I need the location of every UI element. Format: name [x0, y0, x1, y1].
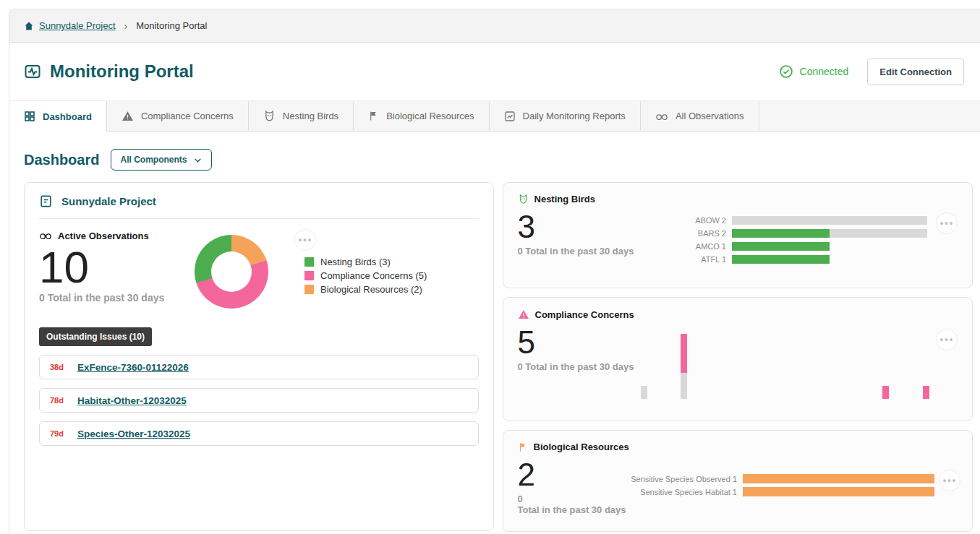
- issue-link[interactable]: Habitat-Other-12032025: [77, 395, 187, 406]
- compliance-concerns-bar-chart: [641, 332, 929, 399]
- compliance-concerns-card: Compliance Concerns 5 0 Total in the pas…: [503, 297, 973, 421]
- bar-segment: [641, 386, 647, 399]
- warning-triangle-icon: [122, 110, 134, 122]
- breadcrumb-project-link[interactable]: Sunnydale Project: [24, 20, 116, 31]
- active-observations-count: 10: [39, 244, 195, 292]
- bar-segment: [681, 334, 687, 373]
- legend-item-nesting-birds: Nesting Birds (3): [304, 257, 427, 267]
- issue-age-badge: 78d: [50, 396, 67, 405]
- bar: [641, 386, 647, 399]
- more-options-button[interactable]: ●●●: [939, 470, 960, 491]
- edit-connection-button[interactable]: Edit Connection: [867, 59, 964, 85]
- project-card-title: Sunnydale Project: [61, 195, 156, 207]
- breadcrumb: Sunnydale Project › Monitoring Portal: [9, 9, 980, 43]
- issue-row[interactable]: 78d Habitat-Other-12032025: [39, 388, 479, 413]
- binoculars-icon: [655, 110, 668, 123]
- subtext-line2: Total in the past 30 days: [518, 504, 958, 515]
- stat-cards-column: Nesting Birds 3 0 Total in the past 30 d…: [503, 182, 973, 532]
- bar-segment: [732, 242, 830, 251]
- project-document-icon: [39, 194, 53, 208]
- tab-label: All Observations: [676, 111, 744, 121]
- check-circle-icon: [779, 64, 793, 79]
- active-observations-donut: [195, 235, 268, 309]
- tab-label: Compliance Concerns: [141, 111, 234, 121]
- bar-segment: [732, 255, 830, 264]
- legend-item-biological-resources: Biological Resources (2): [304, 284, 427, 295]
- tab-nesting-birds[interactable]: Nesting Birds: [249, 101, 354, 132]
- flag-icon: [518, 442, 528, 452]
- issue-link[interactable]: ExFence-7360-01122026: [77, 362, 189, 373]
- flag-icon: [368, 111, 379, 121]
- bar-label: ABOW 2: [689, 216, 726, 225]
- bar-label: Sensitive Species Habitat 1: [608, 488, 737, 496]
- issue-row[interactable]: 38d ExFence-7360-01122026: [39, 355, 479, 379]
- active-observations-label: Active Observations: [58, 231, 149, 241]
- page-title: Monitoring Portal: [50, 61, 194, 82]
- legend-swatch: [304, 285, 314, 294]
- bar: [743, 487, 934, 496]
- bar-label: Sensitive Species Observed 1: [608, 475, 737, 483]
- chevron-down-icon: [193, 155, 203, 165]
- bar-segment: [882, 386, 889, 399]
- bar-segment: [681, 373, 687, 399]
- bar-segment: [732, 216, 927, 225]
- tab-bar-filler: [759, 101, 980, 132]
- bar: [681, 334, 687, 399]
- bar-segment: [830, 229, 927, 238]
- tab-daily-monitoring-reports[interactable]: Daily Monitoring Reports: [490, 101, 641, 132]
- monitoring-portal-icon: [24, 63, 41, 80]
- bar-row: Sensitive Species Habitat 1: [608, 487, 934, 496]
- bar-row: AMCO 1: [689, 242, 927, 251]
- biological-resources-bar-chart: Sensitive Species Observed 1Sensitive Sp…: [608, 474, 934, 500]
- owl-icon: [263, 110, 276, 122]
- bar-row: ABOW 2: [689, 216, 927, 225]
- home-icon: [24, 21, 34, 31]
- issue-age-badge: 38d: [50, 363, 67, 371]
- bar: [732, 255, 830, 264]
- legend-swatch: [304, 257, 314, 267]
- bar: [732, 216, 927, 225]
- tab-biological-resources[interactable]: Biological Resources: [354, 101, 489, 132]
- legend-label: Nesting Birds (3): [320, 257, 391, 267]
- ellipsis-icon: ●●●: [939, 336, 953, 343]
- nesting-birds-card: Nesting Birds 3 0 Total in the past 30 d…: [503, 182, 973, 288]
- tab-dashboard[interactable]: Dashboard: [9, 101, 107, 132]
- outstanding-issues-badge: Outstanding Issues (10): [39, 327, 152, 346]
- tab-bar: Dashboard Compliance Concerns Nesting Bi…: [9, 100, 980, 132]
- bar: [882, 386, 889, 399]
- legend-swatch: [304, 271, 314, 280]
- issue-age-badge: 79d: [50, 429, 67, 438]
- tab-label: Daily Monitoring Reports: [523, 111, 626, 121]
- nesting-birds-bar-chart: ABOW 2BARS 2AMCO 1ATFL 1: [689, 216, 927, 268]
- chart-square-icon: [504, 111, 516, 122]
- connection-status: Connected: [779, 64, 849, 79]
- warning-triangle-icon: [518, 309, 529, 320]
- bar: [732, 242, 830, 251]
- outstanding-issues-section: Outstanding Issues (10) 38d ExFence-7360…: [39, 327, 479, 446]
- issue-row[interactable]: 79d Species-Other-12032025: [39, 421, 479, 446]
- legend-item-compliance-concerns: Compliance Concerns (5): [304, 270, 427, 281]
- more-options-button[interactable]: ●●●: [936, 212, 958, 234]
- bar-segment: [732, 229, 830, 238]
- biological-resources-card: Biological Resources 2 0 Total in the pa…: [503, 430, 973, 532]
- bar: [743, 474, 934, 483]
- active-observations-subtext: 0 Total in the past 30 days: [39, 292, 195, 303]
- bar-segment: [743, 474, 934, 483]
- breadcrumb-project-label: Sunnydale Project: [39, 20, 116, 31]
- bar-label: AMCO 1: [689, 242, 726, 251]
- bar-row: BARS 2: [689, 229, 927, 238]
- bar-segment: [923, 386, 929, 399]
- more-options-button[interactable]: ●●●: [936, 329, 958, 350]
- tab-label: Biological Resources: [386, 111, 474, 121]
- compliance-concerns-card-title: Compliance Concerns: [535, 309, 634, 320]
- tab-all-observations[interactable]: All Observations: [641, 101, 759, 132]
- issue-link[interactable]: Species-Other-12032025: [77, 429, 190, 439]
- dashboard-heading: Dashboard: [24, 152, 99, 168]
- project-summary-card: Sunnydale Project Active Observations 10…: [24, 182, 494, 531]
- tab-compliance-concerns[interactable]: Compliance Concerns: [107, 101, 249, 132]
- bar-row: Sensitive Species Observed 1: [608, 474, 934, 483]
- more-options-button[interactable]: ●●●: [294, 229, 316, 251]
- legend-label: Biological Resources (2): [320, 284, 422, 295]
- components-filter-dropdown[interactable]: All Components: [111, 149, 212, 171]
- owl-icon: [518, 194, 529, 204]
